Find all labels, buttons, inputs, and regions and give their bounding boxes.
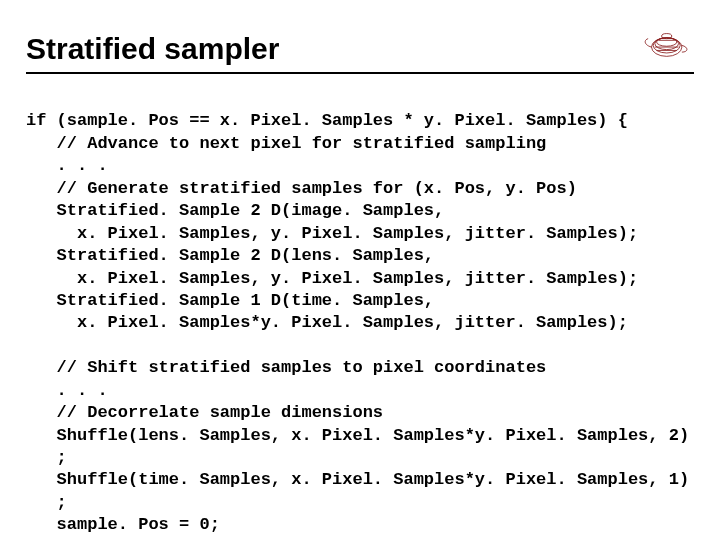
code-line: ; — [26, 448, 67, 467]
code-line: // Advance to next pixel for stratified … — [26, 134, 546, 153]
code-line: // Decorrelate sample dimensions — [26, 403, 383, 422]
title-divider — [26, 72, 694, 74]
code-line: x. Pixel. Samples*y. Pixel. Samples, jit… — [26, 313, 628, 332]
code-line: . . . — [26, 156, 108, 175]
slide: Stratified sampler if (sample. Pos == — [0, 0, 720, 540]
teapot-icon — [636, 18, 694, 66]
code-block: if (sample. Pos == x. Pixel. Samples * y… — [26, 88, 694, 540]
code-line: . . . — [26, 381, 108, 400]
code-line: Shuffle(time. Samples, x. Pixel. Samples… — [26, 470, 689, 489]
code-line: Stratified. Sample 1 D(time. Samples, — [26, 291, 434, 310]
code-line: Stratified. Sample 2 D(lens. Samples, — [26, 246, 434, 265]
code-line: x. Pixel. Samples, y. Pixel. Samples, ji… — [26, 224, 638, 243]
code-line: Shuffle(lens. Samples, x. Pixel. Samples… — [26, 426, 689, 445]
code-line: // Shift stratified samples to pixel coo… — [26, 358, 546, 377]
title-row: Stratified sampler — [26, 18, 694, 66]
code-line: sample. Pos = 0; — [26, 515, 220, 534]
page-title: Stratified sampler — [26, 32, 279, 66]
code-line: if (sample. Pos == x. Pixel. Samples * y… — [26, 111, 628, 130]
code-line: ; — [26, 493, 67, 512]
code-line: // Generate stratified samples for (x. P… — [26, 179, 577, 198]
code-line: Stratified. Sample 2 D(image. Samples, — [26, 201, 444, 220]
code-line: x. Pixel. Samples, y. Pixel. Samples, ji… — [26, 269, 638, 288]
